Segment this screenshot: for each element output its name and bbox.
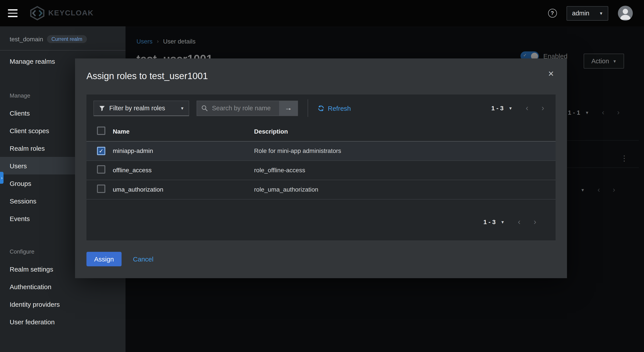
next-page-button[interactable]: ›: [542, 103, 544, 113]
assign-roles-modal: × Assign roles to test_user1001 Filter b…: [75, 58, 567, 278]
table-header-row: Name Description: [86, 122, 556, 141]
sidebar-item-identity-providers[interactable]: Identity providers: [0, 295, 126, 313]
pagination-bottom: 1 - 3 ▾ ‹ ›: [86, 204, 556, 240]
pagination-menu-toggle[interactable]: ▾: [502, 219, 504, 225]
header-left: KEYCLOAK: [8, 6, 94, 21]
roles-toolbar: Filter by realm roles ▾ →: [86, 94, 556, 122]
filter-icon: [99, 105, 105, 111]
chevron-down-icon: ▾: [181, 105, 184, 111]
user-avatar-icon: [618, 6, 632, 21]
pagination-menu-toggle[interactable]: ▾: [509, 105, 512, 111]
header-right: ? admin ▾: [548, 6, 632, 21]
pagination-range: 1 - 3: [491, 105, 504, 112]
chevron-left-icon: ‹: [518, 217, 520, 226]
role-description: Role for mini-app administrators: [254, 141, 556, 160]
brand-wordmark: KEYCLOAK: [48, 9, 94, 18]
column-header-name: Name: [113, 122, 254, 141]
search-submit-button[interactable]: →: [279, 101, 298, 115]
role-description: role_uma_authorization: [254, 180, 556, 199]
app: KEYCLOAK ? admin ▾ test_domain Current r…: [0, 0, 644, 352]
prev-page-button[interactable]: ‹: [518, 217, 520, 227]
role-checkbox[interactable]: [97, 165, 105, 173]
chevron-right-icon: ›: [542, 103, 544, 112]
avatar[interactable]: [618, 6, 632, 21]
help-glyph: ?: [551, 10, 554, 16]
realm-switcher[interactable]: test_domain Current realm: [0, 26, 126, 51]
user-menu-label: admin: [572, 10, 589, 17]
modal-footer: Assign Cancel: [86, 252, 556, 266]
next-page-button[interactable]: ›: [534, 217, 536, 227]
nav-toggle-button[interactable]: [8, 9, 18, 17]
keycloak-logo-icon: [29, 6, 46, 21]
filter-dropdown[interactable]: Filter by realm roles ▾: [94, 100, 189, 116]
chevron-right-icon: ›: [1, 175, 3, 180]
roles-table: Name Description ✓ miniapp-admin Role fo…: [86, 122, 556, 199]
roles-panel: Filter by realm roles ▾ →: [86, 94, 556, 240]
search-input[interactable]: [208, 101, 279, 115]
roles-table-body: ✓ miniapp-admin Role for mini-app admini…: [86, 141, 556, 199]
role-checkbox[interactable]: [97, 185, 105, 193]
table-row[interactable]: uma_authorization role_uma_authorization: [86, 180, 556, 199]
refresh-button[interactable]: Refresh: [318, 104, 351, 112]
top-header: KEYCLOAK ? admin ▾: [0, 0, 644, 26]
nav-flyout-indicator[interactable]: ›: [0, 172, 4, 184]
close-icon[interactable]: ×: [548, 69, 554, 79]
select-all-checkbox[interactable]: [97, 127, 105, 135]
search-group: →: [196, 100, 298, 116]
table-row[interactable]: ✓ miniapp-admin Role for mini-app admini…: [86, 141, 556, 160]
prev-page-button[interactable]: ‹: [526, 103, 528, 113]
table-row[interactable]: offline_access role_offline-access: [86, 160, 556, 180]
help-icon[interactable]: ?: [548, 9, 557, 18]
role-name: offline_access: [113, 160, 254, 180]
refresh-icon: [318, 105, 324, 111]
arrow-right-icon: →: [284, 104, 292, 112]
role-description: role_offline-access: [254, 160, 556, 180]
column-header-description: Description: [254, 122, 556, 141]
refresh-label: Refresh: [328, 104, 351, 112]
assign-button[interactable]: Assign: [86, 252, 122, 266]
sidebar-item-authentication[interactable]: Authentication: [0, 278, 126, 295]
chevron-left-icon: ‹: [526, 103, 528, 112]
cancel-button[interactable]: Cancel: [133, 255, 154, 263]
user-menu-dropdown[interactable]: admin ▾: [566, 6, 608, 21]
role-name: miniapp-admin: [113, 141, 254, 160]
toolbar-divider: [308, 99, 308, 117]
realm-name: test_domain: [10, 36, 43, 43]
pagination-top: 1 - 3 ▾ ‹ ›: [491, 103, 548, 113]
chevron-down-icon: ▾: [600, 10, 602, 16]
pagination-range: 1 - 3: [484, 218, 496, 225]
chevron-down-icon: ▾: [502, 219, 504, 224]
role-name: uma_authorization: [113, 180, 254, 199]
keycloak-logo: KEYCLOAK: [29, 6, 94, 21]
modal-title: Assign roles to test_user1001: [75, 58, 567, 81]
current-realm-badge: Current realm: [47, 35, 87, 43]
chevron-down-icon: ▾: [509, 105, 512, 110]
role-checkbox[interactable]: ✓: [97, 146, 105, 155]
search-icon: [202, 105, 208, 111]
sidebar-item-user-federation[interactable]: User federation: [0, 313, 126, 330]
filter-label: Filter by realm roles: [109, 105, 177, 112]
chevron-right-icon: ›: [534, 217, 536, 226]
